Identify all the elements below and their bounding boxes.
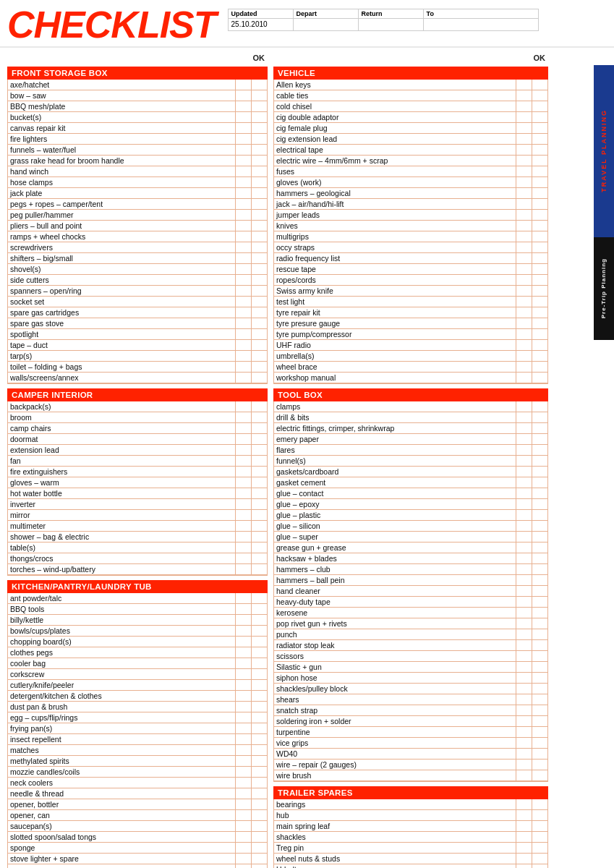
list-item-check1[interactable] (516, 532, 532, 542)
list-item-check1[interactable] (235, 477, 251, 488)
list-item-check2[interactable] (251, 434, 267, 444)
list-item-check2[interactable] (251, 593, 267, 603)
list-item-check1[interactable] (516, 843, 532, 853)
list-item-check1[interactable] (516, 854, 532, 864)
list-item-check2[interactable] (532, 640, 547, 650)
list-item-check2[interactable] (532, 264, 547, 274)
list-item-check2[interactable] (251, 712, 267, 723)
list-item-check1[interactable] (235, 134, 251, 144)
list-item-check1[interactable] (516, 684, 532, 694)
list-item-check2[interactable] (532, 286, 547, 296)
list-item-check1[interactable] (516, 477, 532, 488)
list-item-check2[interactable] (532, 297, 547, 307)
list-item-check2[interactable] (532, 231, 547, 242)
list-item-check2[interactable] (532, 242, 547, 252)
list-item-check1[interactable] (516, 275, 532, 285)
list-item-check2[interactable] (532, 694, 547, 705)
list-item-check2[interactable] (532, 477, 547, 488)
list-item-check2[interactable] (251, 521, 267, 531)
list-item-check1[interactable] (516, 727, 532, 737)
list-item-check2[interactable] (251, 542, 267, 553)
list-item-check2[interactable] (532, 156, 547, 166)
list-item-check2[interactable] (532, 810, 547, 820)
list-item-check1[interactable] (516, 445, 532, 455)
list-item-check1[interactable] (235, 864, 251, 868)
list-item-check1[interactable] (516, 286, 532, 296)
list-item-check2[interactable] (532, 597, 547, 607)
list-item-check1[interactable] (516, 401, 532, 412)
list-item-check2[interactable] (251, 253, 267, 263)
list-item-check2[interactable] (532, 532, 547, 542)
list-item-check2[interactable] (251, 231, 267, 242)
list-item-check1[interactable] (235, 329, 251, 339)
list-item-check1[interactable] (235, 373, 251, 383)
list-item-check2[interactable] (251, 477, 267, 488)
list-item-check2[interactable] (251, 553, 267, 563)
list-item-check2[interactable] (532, 727, 547, 737)
list-item-check2[interactable] (251, 275, 267, 285)
list-item-check1[interactable] (516, 340, 532, 350)
list-item-check1[interactable] (235, 362, 251, 372)
list-item-check2[interactable] (251, 329, 267, 339)
list-item-check1[interactable] (235, 467, 251, 477)
list-item-check2[interactable] (251, 734, 267, 744)
list-item-check2[interactable] (251, 756, 267, 766)
list-item-check1[interactable] (516, 434, 532, 444)
list-item-check2[interactable] (251, 788, 267, 799)
list-item-check2[interactable] (532, 362, 547, 372)
list-item-check2[interactable] (251, 864, 267, 868)
list-item-check1[interactable] (516, 864, 532, 868)
list-item-check1[interactable] (516, 253, 532, 263)
list-item-check1[interactable] (516, 673, 532, 683)
list-item-check1[interactable] (516, 618, 532, 629)
list-item-check2[interactable] (251, 854, 267, 864)
list-item-check2[interactable] (251, 604, 267, 614)
list-item-check1[interactable] (516, 210, 532, 220)
list-item-check1[interactable] (235, 510, 251, 520)
list-item-check2[interactable] (532, 843, 547, 853)
list-item-check1[interactable] (516, 810, 532, 820)
list-item-check1[interactable] (516, 467, 532, 477)
list-item-check2[interactable] (532, 467, 547, 477)
list-item-check1[interactable] (235, 810, 251, 820)
list-item-check2[interactable] (251, 680, 267, 690)
list-item-check2[interactable] (251, 810, 267, 820)
list-item-check1[interactable] (516, 586, 532, 596)
list-item-check1[interactable] (516, 90, 532, 101)
list-item-check1[interactable] (516, 423, 532, 433)
list-item-check2[interactable] (532, 760, 547, 770)
list-item-check2[interactable] (251, 340, 267, 350)
list-item-check1[interactable] (516, 662, 532, 672)
list-item-check1[interactable] (235, 532, 251, 542)
list-item-check1[interactable] (516, 166, 532, 176)
list-item-check1[interactable] (516, 156, 532, 166)
list-item-check1[interactable] (516, 640, 532, 650)
list-item-check2[interactable] (532, 412, 547, 422)
list-item-check2[interactable] (251, 210, 267, 220)
list-item-check1[interactable] (235, 669, 251, 679)
list-item-check2[interactable] (251, 221, 267, 231)
list-item-check1[interactable] (516, 80, 532, 90)
list-item-check2[interactable] (251, 145, 267, 155)
list-item-check2[interactable] (251, 80, 267, 90)
header-value-to[interactable] (424, 19, 538, 30)
list-item-check1[interactable] (235, 80, 251, 90)
list-item-check2[interactable] (251, 286, 267, 296)
list-item-check1[interactable] (235, 767, 251, 777)
list-item-check2[interactable] (532, 821, 547, 831)
list-item-check1[interactable] (235, 799, 251, 809)
list-item-check1[interactable] (516, 373, 532, 383)
list-item-check1[interactable] (235, 723, 251, 733)
list-item-check2[interactable] (251, 821, 267, 831)
list-item-check1[interactable] (235, 843, 251, 853)
list-item-check1[interactable] (235, 112, 251, 122)
list-item-check1[interactable] (235, 658, 251, 668)
list-item-check1[interactable] (516, 231, 532, 242)
list-item-check1[interactable] (516, 264, 532, 274)
list-item-check2[interactable] (532, 318, 547, 328)
list-item-check1[interactable] (235, 412, 251, 422)
list-item-check1[interactable] (235, 691, 251, 701)
list-item-check1[interactable] (235, 318, 251, 328)
list-item-check1[interactable] (235, 340, 251, 350)
list-item-check2[interactable] (532, 488, 547, 498)
